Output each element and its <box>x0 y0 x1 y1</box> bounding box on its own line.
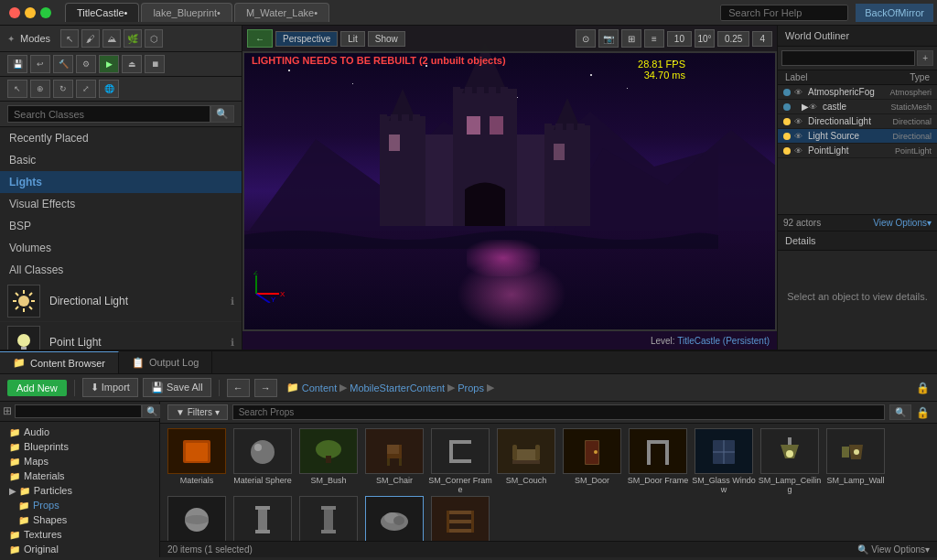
category-bsp[interactable]: BSP <box>0 215 242 237</box>
asset-sm-mat-preview[interactable]: SM_Mat Preview Mesh_02 <box>165 496 229 541</box>
folder-toggle-icon[interactable]: ⊞ <box>3 404 12 418</box>
vp-scale[interactable]: 0.25 <box>717 31 749 47</box>
mode-foliage[interactable]: 🌿 <box>124 29 142 48</box>
folder-props[interactable]: 📁Props <box>5 498 155 512</box>
toolbar-settings[interactable]: ⚙ <box>76 55 96 73</box>
scale-icon[interactable]: ⤢ <box>76 80 96 98</box>
asset-sm-lamp-ceiling[interactable]: SM_Lamp_Ceiling <box>758 428 822 494</box>
category-basic[interactable]: Basic <box>0 149 242 171</box>
asset-sm-shelf[interactable]: SM_Shelf <box>428 496 492 541</box>
folder-original[interactable]: 📁Original <box>5 542 155 556</box>
nav-forward-button[interactable]: → <box>254 379 277 397</box>
content-lock-icon[interactable]: 🔒 <box>916 406 930 419</box>
folder-blueprints[interactable]: 📁Blueprints <box>5 439 155 454</box>
vp-icon-1[interactable]: ⊙ <box>576 29 596 48</box>
mode-geometry[interactable]: ⬡ <box>145 29 163 48</box>
outliner-item-lightsource[interactable]: 👁 Light Source Directional <box>778 129 937 144</box>
import-button[interactable]: ⬇ Import <box>82 378 138 397</box>
category-recently-placed[interactable]: Recently Placed <box>0 127 242 149</box>
toolbar-undo[interactable]: ↩ <box>30 55 50 73</box>
toolbar-play[interactable]: ▶ <box>99 55 119 73</box>
category-volumes[interactable]: Volumes <box>0 237 242 259</box>
asset-sm-couch[interactable]: SM_Couch <box>494 428 558 494</box>
light-point[interactable]: Point Light ℹ <box>0 322 242 350</box>
view-options-button[interactable]: View Options▾ <box>873 218 932 228</box>
asset-sm-door[interactable]: SM_Door <box>560 428 624 494</box>
tab-content-browser[interactable]: 📁 Content Browser <box>0 351 119 373</box>
vp-icon-4[interactable]: ≡ <box>644 29 664 48</box>
minimize-button[interactable] <box>25 7 36 18</box>
folder-particles[interactable]: ▶ 📁Particles <box>5 483 155 498</box>
tab-lake-blueprint[interactable]: lake_Blueprint• <box>141 3 232 22</box>
asset-sm-pillar-frame-300[interactable]: SM_Pillar Frame_300 <box>296 496 361 541</box>
mode-select[interactable]: ↖ <box>60 29 79 48</box>
folder-audio[interactable]: 📁Audio <box>5 425 155 439</box>
mode-paint[interactable]: 🖌 <box>81 29 100 48</box>
toolbar-save[interactable]: 💾 <box>7 55 27 73</box>
vp-angle[interactable]: 10° <box>695 29 715 48</box>
outliner-item-castle[interactable]: ▶ 👁 castle StaticMesh <box>778 100 937 114</box>
lock-icon[interactable]: 🔒 <box>916 382 930 394</box>
content-search-input[interactable] <box>232 404 885 420</box>
asset-sm-pillar-frame[interactable]: SM_Pillar Frame <box>231 496 295 541</box>
asset-sm-corner-frame[interactable]: SM_Corner Frame <box>428 428 492 494</box>
folder-shapes[interactable]: 📁Shapes <box>5 512 155 527</box>
asset-material-sphere[interactable]: Material Sphere <box>231 428 295 494</box>
save-all-button[interactable]: 💾 Save All <box>143 378 211 397</box>
search-classes-input[interactable] <box>7 105 210 123</box>
vp-num-4[interactable]: 4 <box>752 31 772 47</box>
tab-output-log[interactable]: 📋 Output Log <box>119 351 212 373</box>
tab-titlecastle[interactable]: TitleCastle• <box>65 3 139 22</box>
breadcrumb-props[interactable]: Props <box>458 382 484 393</box>
asset-sm-bush[interactable]: SM_Bush <box>296 428 361 494</box>
folder-search-button[interactable]: 🔍 <box>142 404 162 418</box>
breadcrumb-mobile-starter[interactable]: MobileStarterContent <box>350 382 445 393</box>
close-button[interactable] <box>9 7 20 18</box>
world-outliner-search-input[interactable] <box>781 50 915 66</box>
filters-button[interactable]: ▼ Filters ▾ <box>167 404 228 420</box>
show-button[interactable]: Show <box>368 31 405 47</box>
toolbar-build[interactable]: 🔨 <box>53 55 73 73</box>
content-search-button[interactable]: 🔍 <box>889 404 911 420</box>
rotate-icon[interactable]: ↻ <box>53 80 73 98</box>
outliner-item-pointlight[interactable]: 👁 PointLight PointLight <box>778 144 937 158</box>
asset-sm-chair[interactable]: SM_Chair <box>362 428 426 494</box>
world-icon[interactable]: 🌐 <box>99 80 119 98</box>
vp-icon-3[interactable]: ⊞ <box>621 29 641 48</box>
maximize-button[interactable] <box>40 7 51 18</box>
folder-materials[interactable]: 📁Materials <box>5 468 155 483</box>
select-icon[interactable]: ↖ <box>7 80 27 98</box>
toolbar-stop[interactable]: ⏹ <box>145 55 165 73</box>
add-new-button[interactable]: Add New <box>7 380 67 396</box>
folder-textures[interactable]: 📁Textures <box>5 527 155 542</box>
content-view-options[interactable]: 🔍 View Options▾ <box>857 544 930 555</box>
toolbar-eject[interactable]: ⏏ <box>122 55 142 73</box>
category-visual-effects[interactable]: Visual Effects <box>0 193 242 215</box>
category-all-classes[interactable]: All Classes <box>0 259 242 281</box>
asset-sm-rock[interactable]: SM_Rock <box>362 496 426 541</box>
world-outliner-add-button[interactable]: + <box>917 50 933 66</box>
vp-icon-2[interactable]: 📷 <box>598 29 619 48</box>
asset-sm-lamp-wall[interactable]: SM_Lamp_Wall <box>824 428 888 494</box>
mode-landscape[interactable]: ⛰ <box>102 29 121 48</box>
lit-button[interactable]: Lit <box>340 31 365 47</box>
breadcrumb-content[interactable]: Content <box>302 382 338 393</box>
asset-sm-door-frame[interactable]: SM_Door Frame <box>626 428 690 494</box>
outliner-item-atmosphericfog[interactable]: 👁 AtmosphericFog Atmospheri <box>778 85 937 100</box>
search-help-input[interactable] <box>720 5 848 21</box>
translate-icon[interactable]: ⊕ <box>30 80 50 98</box>
vp-num-10[interactable]: 10 <box>667 31 692 47</box>
viewport-back-button[interactable]: ← <box>247 29 273 48</box>
viewport[interactable]: X Z Y ← Perspective Lit Show ⊙ 📷 ⊞ ≡ 10 … <box>242 26 777 350</box>
outliner-item-directionallight[interactable]: 👁 DirectionalLight Directional <box>778 114 937 129</box>
search-classes-button[interactable]: 🔍 <box>210 105 234 123</box>
folder-maps[interactable]: 📁Maps <box>5 454 155 468</box>
tab-m-water-lake[interactable]: M_Water_Lake• <box>234 3 329 22</box>
category-lights[interactable]: Lights <box>0 171 242 193</box>
asset-materials-folder[interactable]: Materials <box>165 428 229 494</box>
nav-back-button[interactable]: ← <box>227 379 250 397</box>
asset-sm-glass-window[interactable]: SM_Glass Window <box>692 428 756 494</box>
perspective-button[interactable]: Perspective <box>275 31 338 47</box>
light-directional[interactable]: Directional Light ℹ <box>0 281 242 322</box>
folder-search-input[interactable] <box>15 404 142 418</box>
